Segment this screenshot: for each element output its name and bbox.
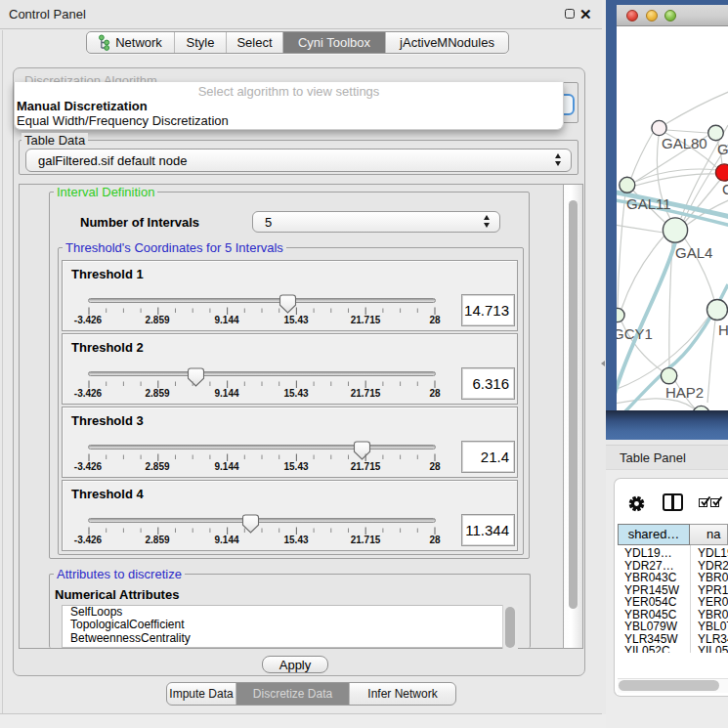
svg-text:C: C (722, 181, 728, 197)
svg-text:GAL11: GAL11 (626, 195, 671, 212)
svg-text:GAL4: GAL4 (675, 244, 712, 261)
svg-text:GA: GA (717, 141, 728, 157)
svg-text:GAL80: GAL80 (662, 135, 707, 151)
svg-text:H: H (718, 321, 728, 338)
svg-text:GCY1: GCY1 (617, 325, 653, 342)
svg-text:HAP2: HAP2 (665, 384, 704, 401)
